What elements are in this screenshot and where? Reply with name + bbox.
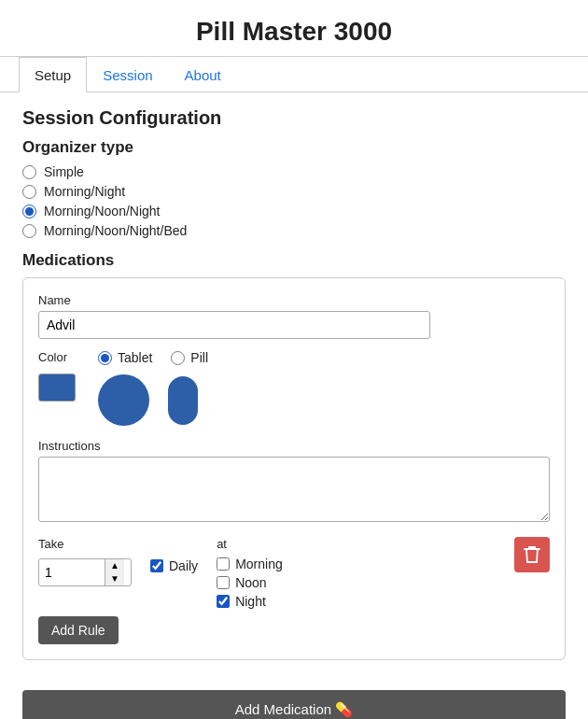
at-label: at: [217, 537, 283, 551]
take-at-row: Take ▲ ▼ . Daily: [38, 537, 550, 609]
tab-setup[interactable]: Setup: [19, 57, 87, 92]
tablet-shape-icon: [98, 374, 149, 426]
pill-shape-icon: [168, 376, 198, 425]
shapes-display: [98, 374, 208, 426]
add-rule-button[interactable]: Add Rule: [38, 616, 119, 644]
tab-bar: Setup Session About: [0, 57, 588, 92]
take-daily-at: Take ▲ ▼ . Daily: [38, 537, 514, 609]
trash-icon: [524, 545, 540, 564]
noon-checkbox[interactable]: [217, 576, 230, 589]
daily-section: . Daily: [150, 537, 198, 573]
at-checkboxes: Morning Noon Night: [217, 557, 283, 609]
add-medication-button[interactable]: Add Medication 💊: [22, 690, 566, 719]
medication-card: Name Color Tablet Pill: [22, 277, 566, 660]
take-increment[interactable]: ▲: [105, 559, 124, 572]
at-night[interactable]: Night: [217, 594, 283, 609]
take-decrement[interactable]: ▼: [105, 572, 124, 585]
take-input[interactable]: [39, 560, 105, 585]
tab-about[interactable]: About: [169, 57, 237, 92]
take-label: Take: [38, 537, 132, 551]
at-noon[interactable]: Noon: [217, 575, 283, 590]
name-input[interactable]: [38, 311, 430, 339]
daily-check-row[interactable]: Daily: [150, 558, 198, 573]
app-title: Pill Master 3000: [0, 0, 588, 57]
take-spinners: ▲ ▼: [105, 559, 124, 585]
at-section: at Morning Noon Night: [217, 537, 283, 609]
color-section: Color: [38, 350, 76, 402]
organizer-type-group: Simple Morning/Night Morning/Noon/Night …: [22, 164, 566, 238]
organizer-type-title: Organizer type: [22, 138, 566, 157]
main-content: Session Configuration Organizer type Sim…: [0, 92, 588, 690]
name-label: Name: [38, 293, 550, 307]
organizer-option-morning-noon-night-bed[interactable]: Morning/Noon/Night/Bed: [22, 223, 566, 238]
organizer-option-morning-night[interactable]: Morning/Night: [22, 184, 566, 199]
organizer-option-morning-noon-night[interactable]: Morning/Noon/Night: [22, 204, 566, 219]
daily-spacer: .: [150, 537, 198, 551]
color-shape-row: Color Tablet Pill: [38, 350, 550, 426]
organizer-option-simple[interactable]: Simple: [22, 164, 566, 179]
instructions-label: Instructions: [38, 439, 550, 453]
at-morning[interactable]: Morning: [217, 557, 283, 571]
section-title: Session Configuration: [22, 107, 566, 129]
shape-radio-pill[interactable]: Pill: [171, 350, 208, 365]
shape-radios: Tablet Pill: [98, 350, 208, 365]
instructions-textarea[interactable]: [38, 457, 550, 522]
take-section: Take ▲ ▼: [38, 537, 132, 586]
daily-label: Daily: [169, 558, 198, 573]
morning-checkbox[interactable]: [217, 557, 230, 571]
tab-session[interactable]: Session: [87, 57, 168, 92]
shape-section: Tablet Pill: [98, 350, 208, 426]
take-input-wrapper: ▲ ▼: [38, 558, 132, 586]
color-label: Color: [38, 350, 76, 364]
night-checkbox[interactable]: [217, 595, 230, 608]
color-swatch[interactable]: [38, 374, 76, 402]
medications-title: Medications: [22, 251, 566, 270]
shape-radio-tablet[interactable]: Tablet: [98, 350, 152, 365]
delete-medication-button[interactable]: [514, 537, 550, 572]
daily-checkbox[interactable]: [150, 559, 163, 572]
